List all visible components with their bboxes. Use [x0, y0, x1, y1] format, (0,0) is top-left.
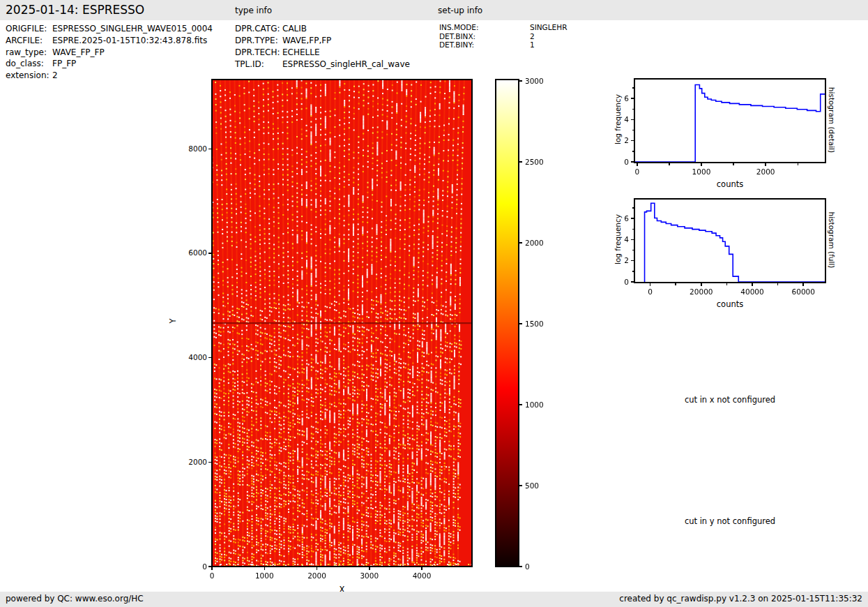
raw-x-tick	[264, 567, 266, 570]
file-info-row: ORIGFILE:ESPRESSO_SINGLEHR_WAVE015_0004	[6, 23, 213, 35]
type-info-list: DPR.CATG:CALIBDPR.TYPE:WAVE,FP,FPDPR.TEC…	[235, 23, 410, 70]
histogram-detail-y-tick	[631, 98, 634, 99]
file-info-row-value: FP_FP	[52, 58, 76, 70]
histogram-full-x-tick	[752, 283, 753, 286]
setup-info-row-label: DET.BINY:	[439, 40, 530, 50]
raw-x-tick	[211, 567, 213, 570]
raw-x-tick	[369, 567, 370, 570]
histogram-full-xaxis-label: counts	[634, 299, 826, 309]
histogram-full-x-tick	[701, 283, 702, 286]
histogram-full-x-minor-tick	[675, 283, 676, 285]
colorbar-tick	[519, 161, 522, 163]
histogram-full-y-tick-label: 6	[598, 214, 629, 223]
type-info-row-label: TPL.ID:	[235, 59, 282, 70]
histogram-full-y-minor-tick	[632, 271, 634, 272]
histogram-detail-x-tick-label: 2000	[749, 167, 782, 177]
histogram-full-x-tick-label: 60000	[786, 287, 820, 297]
file-info-row-label: raw_type:	[6, 47, 52, 59]
colorbar-tick-label: 3000	[525, 77, 544, 86]
setup-info-row-value: SINGLEHR	[530, 23, 567, 32]
histogram-full-x-tick-label: 20000	[685, 287, 718, 297]
file-info-row: do_class:FP_FP	[6, 58, 213, 70]
qc-report-page: 2025-01-14: ESPRESSO type info set-up in…	[0, 0, 868, 607]
histogram-detail-plot	[634, 78, 826, 163]
file-info-row-value: ESPRESSO_SINGLEHR_WAVE015_0004	[52, 23, 213, 35]
raw-x-tick-label: 2000	[300, 571, 334, 580]
cut-x-note: cut in x not configured	[634, 395, 826, 405]
histogram-detail-x-minor-tick	[733, 163, 734, 165]
raw-y-tick	[208, 357, 211, 359]
type-info-row: DPR.CATG:CALIB	[235, 23, 410, 35]
histogram-detail-y-tick-label: 0	[598, 158, 629, 167]
colorbar	[495, 79, 519, 567]
footer-bar: powered by QC: www.eso.org/HC created by…	[0, 592, 868, 607]
footer-created-by: created by qc_rawdisp.py v1.2.3 on 2025-…	[619, 594, 862, 604]
raw-x-tick	[317, 567, 318, 570]
file-info-row: raw_type:WAVE_FP_FP	[6, 47, 213, 59]
histogram-detail-y-tick	[631, 140, 634, 142]
colorbar-tick-label: 2000	[525, 239, 544, 248]
histogram-full-y-minor-tick	[632, 207, 634, 209]
colorbar-tick-label: 2500	[525, 158, 544, 167]
file-info-row: extension:2	[6, 70, 213, 82]
histogram-detail-y-minor-tick	[632, 87, 634, 89]
file-info-row-label: extension:	[6, 70, 52, 82]
raw-x-tick-label: 3000	[353, 571, 386, 580]
raw-y-tick	[208, 149, 211, 150]
histogram-detail-y-minor-tick	[632, 130, 634, 131]
type-info-row: TPL.ID:ESPRESSO_singleHR_cal_wave	[235, 59, 410, 70]
colorbar-tick	[519, 404, 522, 405]
raw-x-tick	[421, 567, 422, 570]
colorbar-tick-label: 1000	[525, 400, 544, 410]
histogram-full-right-label: histogram (full)	[828, 200, 836, 280]
colorbar-tick	[519, 242, 522, 243]
setup-info-row: INS.MODE:SINGLEHR	[439, 23, 567, 32]
histogram-full-x-tick-label: 0	[634, 287, 667, 297]
raw-frame-plot	[211, 79, 473, 567]
raw-y-tick-label: 2000	[176, 458, 207, 467]
histogram-detail-y-minor-tick	[632, 109, 634, 110]
raw-x-tick-label: 1000	[248, 571, 281, 580]
histogram-full-y-tick-label: 4	[598, 235, 629, 244]
histogram-detail-y-tick-label: 4	[598, 115, 629, 124]
type-info-row: DPR.TYPE:WAVE,FP,FP	[235, 35, 410, 47]
file-info-row-label: ARCFILE:	[6, 35, 52, 47]
histogram-full-y-tick-label: 2	[598, 256, 629, 265]
histogram-detail-right-label: histogram (detail)	[828, 80, 836, 160]
type-info-row-value: CALIB	[282, 23, 307, 35]
file-info-row-label: do_class:	[6, 58, 52, 70]
histogram-detail-y-tick	[631, 161, 634, 163]
type-info-row-label: DPR.CATG:	[235, 23, 282, 35]
file-info-row-value: ESPRE.2025-01-15T10:32:43.878.fits	[52, 35, 207, 47]
histogram-full-canvas	[635, 200, 825, 282]
type-info-row-label: DPR.TYPE:	[235, 35, 282, 47]
histogram-full-x-minor-tick	[726, 283, 728, 285]
setup-info-row-value: 2	[530, 32, 535, 41]
histogram-detail-x-tick-label: 1000	[685, 167, 718, 177]
setup-info-row-label: INS.MODE:	[439, 23, 530, 32]
colorbar-tick-label: 0	[525, 562, 530, 571]
histogram-full-y-minor-tick	[632, 229, 634, 230]
setup-info-row: DET.BINX:2	[439, 32, 567, 41]
setup-info-heading: set-up info	[438, 6, 482, 15]
colorbar-tick	[519, 80, 522, 82]
histogram-full-x-minor-tick	[777, 283, 779, 285]
file-info-list: ORIGFILE:ESPRESSO_SINGLEHR_WAVE015_0004A…	[6, 23, 213, 82]
histogram-detail-y-tick-label: 2	[598, 136, 629, 145]
raw-y-tick-label: 4000	[176, 353, 207, 362]
page-title: 2025-01-14: ESPRESSO	[6, 3, 144, 17]
type-info-row-label: DPR.TECH:	[235, 47, 282, 59]
histogram-full-y-tick	[631, 218, 634, 219]
file-info-row-label: ORIGFILE:	[6, 23, 52, 35]
colorbar-tick	[519, 485, 522, 486]
colorbar-tick-label: 1500	[525, 320, 544, 329]
file-info-row-value: WAVE_FP_FP	[52, 47, 105, 59]
cut-y-note: cut in y not configured	[634, 516, 826, 526]
histogram-full-y-tick	[631, 239, 634, 241]
histogram-detail-x-minor-tick	[798, 163, 799, 165]
setup-info-row-value: 1	[530, 40, 535, 50]
histogram-detail-x-tick-label: 0	[620, 167, 654, 177]
type-info-row-value: ESPRESSO_singleHR_cal_wave	[282, 59, 410, 70]
histogram-full-y-minor-tick	[632, 250, 634, 251]
histogram-detail-x-minor-tick	[669, 163, 670, 165]
